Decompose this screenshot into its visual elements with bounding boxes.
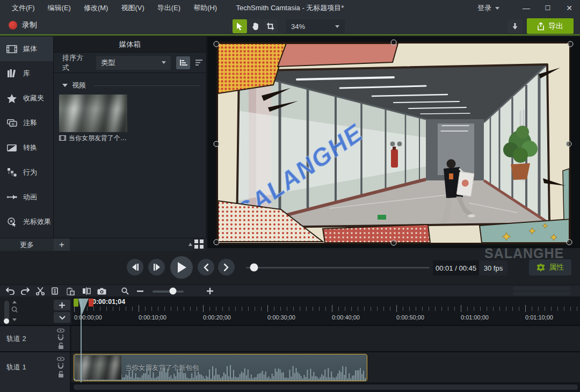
sidebar-item-1[interactable]: 库 (0, 61, 53, 86)
cut-button[interactable] (33, 286, 47, 296)
triangle-up-icon (189, 243, 192, 246)
resize-handle[interactable] (397, 141, 403, 147)
sidebar-item-7[interactable]: 光标效果 (0, 209, 53, 234)
canvas-area: SALANGHE (207, 37, 580, 248)
track-2-header[interactable]: 轨道 2 (0, 326, 70, 351)
ruler-tick (422, 307, 423, 311)
resize-handle[interactable] (391, 240, 397, 246)
ruler-tick (235, 307, 236, 311)
canvas-zoom-select[interactable]: 34% (286, 19, 345, 33)
menu-item-4[interactable]: 导出(E) (151, 3, 187, 13)
resize-handle[interactable] (390, 141, 396, 147)
copy-button[interactable] (48, 286, 62, 296)
track-height-slider-handle[interactable] (4, 318, 9, 324)
lock-icon[interactable] (58, 371, 64, 378)
add-media-button[interactable]: + (54, 238, 70, 251)
menu-item-1[interactable]: 编辑(E) (41, 3, 77, 13)
menu-item-2[interactable]: 修改(M) (77, 3, 115, 13)
step-forward-button[interactable] (148, 259, 165, 275)
select-tool-button[interactable] (233, 19, 247, 33)
sidebar-item-6[interactable]: 动画 (0, 185, 53, 209)
books-icon (5, 69, 18, 78)
undo-button[interactable] (3, 286, 17, 296)
ruler-tick (132, 307, 133, 311)
sidebar-item-0[interactable]: 媒体 (0, 37, 53, 61)
timeline-zoom-slider-handle[interactable] (170, 288, 177, 295)
ruler-label: 0:00:50;00 (396, 314, 424, 321)
playhead[interactable] (73, 298, 95, 316)
resize-handle[interactable] (568, 41, 574, 47)
vertical-zoom-control[interactable] (11, 301, 18, 321)
timeline-ruler[interactable]: 0:00:00;000:00:10;000:00:20;000:00:30;00… (71, 296, 580, 326)
sort-type-select[interactable]: 类型 (96, 56, 170, 70)
media-item-video[interactable]: 当你女朋友背了个… (59, 95, 127, 143)
menu-item-5[interactable]: 帮助(H) (187, 3, 223, 13)
step-back-button[interactable] (127, 259, 143, 275)
resize-handle[interactable] (391, 40, 397, 46)
magnet-icon[interactable] (57, 363, 64, 369)
playhead-head[interactable] (78, 299, 89, 315)
redo-button[interactable] (18, 286, 32, 296)
timeline-zoom-slider[interactable] (153, 291, 184, 293)
properties-button[interactable]: 属性 (529, 259, 571, 275)
lock-icon[interactable] (58, 342, 64, 349)
ruler-tick (351, 307, 352, 311)
maximize-button[interactable]: ☐ (537, 0, 559, 16)
menu-item-3[interactable]: 视图(V) (114, 3, 150, 13)
sidebar-item-2[interactable]: 收藏夹 (0, 86, 53, 111)
sidebar-item-4[interactable]: 转换 (0, 135, 53, 160)
export-button[interactable]: 导出 (527, 18, 574, 34)
ruler-tick (255, 307, 255, 311)
screenshot-button[interactable] (95, 286, 108, 296)
resize-handle[interactable] (566, 141, 572, 147)
login-button[interactable]: 登录 (477, 0, 499, 16)
ruler-tick (545, 307, 545, 311)
view-toggle-button[interactable] (189, 239, 204, 249)
ruler-tick (293, 307, 294, 311)
split-button[interactable] (79, 286, 93, 296)
download-button[interactable] (508, 19, 523, 33)
add-track-button[interactable] (54, 300, 70, 310)
zoom-out-button[interactable] (133, 286, 147, 296)
resize-handle[interactable] (214, 141, 220, 147)
pan-tool-button[interactable] (248, 19, 263, 33)
resize-handle[interactable] (214, 41, 220, 47)
sidebar-item-5[interactable]: 行为 (0, 160, 53, 185)
ruler-tick (184, 307, 184, 311)
menu-item-0[interactable]: 文件(F) (5, 3, 41, 13)
seek-slider-handle[interactable] (250, 264, 258, 272)
timeline-zoom-button[interactable] (118, 286, 132, 296)
crop-tool-button[interactable] (263, 19, 278, 33)
sidebar-more-button[interactable]: 更多 (0, 238, 54, 251)
track-1-lane[interactable]: 当你女朋友背了个新包包 (71, 352, 580, 382)
timeline-collapse-button[interactable] (54, 312, 70, 323)
horizontal-scrollbar[interactable] (74, 384, 578, 390)
minimize-button[interactable]: — (516, 0, 537, 16)
paste-button[interactable] (63, 286, 77, 296)
next-clip-button[interactable] (218, 259, 235, 275)
seek-slider[interactable] (246, 267, 430, 268)
playhead-line[interactable] (81, 299, 82, 382)
close-button[interactable]: ✕ (559, 0, 580, 16)
timeline-clip[interactable]: 当你女朋友背了个新包包 (74, 354, 367, 381)
resize-handle[interactable] (214, 239, 220, 245)
zoom-in-button[interactable] (203, 286, 217, 296)
playhead-in-handle[interactable] (74, 299, 78, 307)
resize-handle[interactable] (567, 239, 572, 245)
play-button[interactable] (170, 256, 193, 279)
cursor-arrow-icon (236, 22, 244, 31)
track-2-lane[interactable] (71, 326, 580, 351)
eye-icon[interactable] (57, 328, 64, 332)
sidebar-item-3[interactable]: a注释 (0, 111, 53, 135)
video-section-header[interactable]: 视频 (62, 79, 200, 91)
magnet-icon[interactable] (57, 334, 64, 340)
sort-ascending-button[interactable] (176, 56, 191, 69)
previous-clip-button[interactable] (198, 259, 214, 275)
track-1-header[interactable]: 轨道 1 (0, 352, 70, 382)
ruler-tick (454, 307, 455, 311)
eye-icon[interactable] (57, 357, 64, 361)
playhead-out-handle[interactable] (89, 299, 93, 307)
record-button[interactable]: 录制 (4, 16, 41, 34)
sort-descending-button[interactable] (192, 56, 206, 69)
record-label: 录制 (22, 20, 37, 30)
